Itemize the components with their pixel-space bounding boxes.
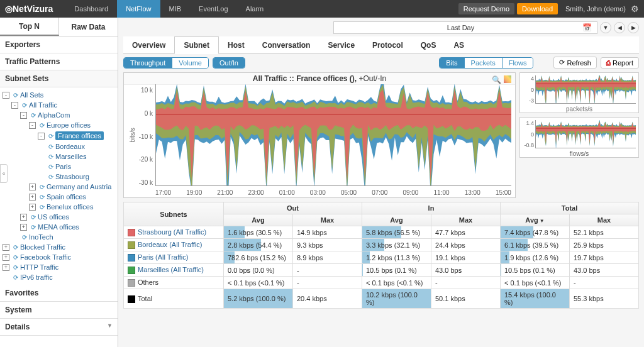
node-icon: ⟳ bbox=[13, 244, 18, 251]
daterange-next-button[interactable]: ▶ bbox=[628, 22, 639, 33]
th-avg-5[interactable]: Avg▼ bbox=[501, 214, 570, 226]
tree-item[interactable]: +⟳US offices bbox=[0, 212, 118, 222]
plot-area[interactable] bbox=[155, 84, 511, 186]
nav-tab-eventlog[interactable]: EventLog bbox=[190, 0, 236, 18]
tree-item[interactable]: +⟳Blocked Traffic bbox=[0, 242, 118, 252]
th-max-4[interactable]: Max bbox=[431, 214, 501, 226]
expand-icon[interactable]: + bbox=[3, 254, 9, 261]
expand-icon[interactable]: + bbox=[20, 214, 27, 221]
section-exporters[interactable]: Exporters bbox=[0, 36, 118, 53]
cell: 52.1 kbps bbox=[570, 226, 639, 239]
tree-item[interactable]: +⟳Facebook Traffic bbox=[0, 252, 118, 262]
cell: - bbox=[293, 277, 362, 289]
th-avg-3[interactable]: Avg bbox=[362, 214, 431, 226]
side-tab-raw-data[interactable]: Raw Data bbox=[59, 18, 118, 36]
nav-tab-alarm[interactable]: Alarm bbox=[237, 0, 273, 18]
cell: 20.4 kbps bbox=[293, 289, 362, 309]
cell: 1.2 kbps (11.3 %) bbox=[362, 251, 431, 264]
section-traffic-patterns[interactable]: Traffic Patterns bbox=[0, 53, 118, 70]
tree-item[interactable]: ⟳Paris bbox=[0, 162, 118, 172]
expand-icon[interactable]: + bbox=[3, 264, 9, 271]
tree-item[interactable]: -⟳All Traffic bbox=[0, 100, 118, 110]
collapse-icon[interactable]: - bbox=[3, 92, 9, 99]
tree-item[interactable]: ⟳Marseilles bbox=[0, 151, 118, 162]
content-tab-as[interactable]: AS bbox=[445, 36, 473, 53]
content-tab-subnet[interactable]: Subnet bbox=[174, 36, 219, 54]
collapse-icon[interactable]: - bbox=[29, 122, 36, 129]
subnet-link[interactable]: Bordeaux (All Traffic) bbox=[138, 241, 203, 248]
report-button[interactable]: ⎙Report bbox=[601, 57, 639, 69]
subnet-link[interactable]: Strasbourg (All Traffic) bbox=[138, 228, 206, 236]
side-tab-top-n[interactable]: Top N bbox=[0, 18, 59, 36]
subnet-link[interactable]: Marseilles (All Traffic) bbox=[138, 266, 204, 273]
expand-icon[interactable]: + bbox=[29, 184, 36, 190]
collapse-icon[interactable]: - bbox=[38, 133, 45, 140]
pill-outin[interactable]: Out/In bbox=[213, 58, 245, 68]
node-icon: ⟳ bbox=[22, 234, 27, 241]
mini-chart-flows[interactable]: 1.40-0.8 flows/s bbox=[519, 117, 639, 158]
cell: < 0.1 bps (<0.1 %) bbox=[501, 277, 570, 289]
tree-item[interactable]: +⟳MENA offices bbox=[0, 222, 118, 232]
pill-bits[interactable]: Bits bbox=[440, 58, 464, 68]
tree-item[interactable]: ⟳Bordeaux bbox=[0, 141, 118, 151]
daterange-prev-button[interactable]: ◀ bbox=[614, 22, 625, 33]
refresh-button[interactable]: ⟳Refresh bbox=[553, 57, 597, 69]
tree-item[interactable]: ⟳InoTech bbox=[0, 232, 118, 242]
pill-throughput[interactable]: Throughput bbox=[124, 58, 172, 68]
sidebar-collapse-handle[interactable]: « bbox=[0, 164, 8, 183]
section-favorites[interactable]: Favorites bbox=[0, 285, 118, 302]
section-subnet-sets[interactable]: Subnet Sets bbox=[0, 70, 118, 87]
request-demo-button[interactable]: Request Demo bbox=[458, 3, 514, 14]
node-icon: ⟳ bbox=[31, 112, 36, 119]
daterange-select[interactable]: Last Day 📅 bbox=[333, 21, 597, 34]
tree: -⟳All Sets-⟳All Traffic-⟳AlphaCom-⟳Europ… bbox=[0, 87, 118, 285]
pill-flows[interactable]: Flows bbox=[502, 58, 533, 68]
zoom-icon[interactable]: 🔍 bbox=[492, 75, 501, 84]
content-tab-host[interactable]: Host bbox=[219, 36, 253, 53]
th-avg-1[interactable]: Avg bbox=[224, 214, 293, 226]
tree-item[interactable]: +⟳Benelux offices bbox=[0, 202, 118, 212]
expand-icon[interactable]: + bbox=[20, 224, 27, 231]
tree-item[interactable]: +⟳Germany and Austria bbox=[0, 182, 118, 192]
tree-item[interactable]: -⟳France offices bbox=[0, 130, 118, 141]
tree-item[interactable]: ⟳IPv6 traffic bbox=[0, 272, 118, 282]
tree-item[interactable]: +⟳Spain offices bbox=[0, 192, 118, 202]
collapse-icon[interactable]: - bbox=[20, 112, 27, 119]
pill-volume[interactable]: Volume bbox=[172, 58, 208, 68]
nav-tab-mib[interactable]: MIB bbox=[160, 0, 191, 18]
nav-tabs: DashboardNetFlowMIBEventLogAlarm bbox=[65, 0, 272, 18]
download-button[interactable]: Download bbox=[517, 3, 558, 14]
th-subnets[interactable]: Subnets bbox=[124, 202, 224, 226]
content-tab-service[interactable]: Service bbox=[319, 36, 364, 53]
content-tab-overview[interactable]: Overview bbox=[123, 36, 174, 53]
pill-packets[interactable]: Packets bbox=[465, 58, 502, 68]
daterange-dropdown-button[interactable]: ▼ bbox=[600, 22, 611, 33]
section-details[interactable]: Details ▼ bbox=[0, 319, 118, 336]
subnet-link[interactable]: Paris (All Traffic) bbox=[138, 253, 188, 261]
content-tab-protocol[interactable]: Protocol bbox=[364, 36, 412, 53]
gear-icon[interactable]: ⚙ bbox=[631, 4, 639, 14]
section-system[interactable]: System bbox=[0, 302, 118, 319]
th-max-6[interactable]: Max bbox=[570, 214, 639, 226]
nav-tab-netflow[interactable]: NetFlow bbox=[117, 0, 160, 18]
nav-tab-dashboard[interactable]: Dashboard bbox=[65, 0, 117, 18]
th-max-2[interactable]: Max bbox=[293, 214, 362, 226]
node-icon: ⟳ bbox=[13, 264, 18, 271]
tree-item[interactable]: ⟳Strasbourg bbox=[0, 172, 118, 182]
expand-icon[interactable]: + bbox=[3, 244, 9, 251]
user-name[interactable]: Smith, John (demo) bbox=[565, 5, 626, 13]
tree-item-label: All Traffic bbox=[29, 101, 57, 109]
tree-item[interactable]: -⟳Europe offices bbox=[0, 120, 118, 130]
tree-item[interactable]: -⟳AlphaCom bbox=[0, 110, 118, 120]
content-tab-conversation[interactable]: Conversation bbox=[253, 36, 319, 53]
expand-icon[interactable]: + bbox=[29, 204, 36, 211]
mini-chart-packets[interactable]: 40-3 packets/s bbox=[519, 72, 639, 113]
color-icon[interactable] bbox=[504, 75, 511, 83]
collapse-icon[interactable]: - bbox=[11, 102, 18, 109]
expand-icon[interactable]: + bbox=[29, 194, 36, 201]
tree-item[interactable]: +⟳HTTP Traffic bbox=[0, 262, 118, 272]
tree-item[interactable]: -⟳All Sets bbox=[0, 90, 118, 100]
tree-item-label: All Sets bbox=[20, 91, 43, 99]
content-tab-qos[interactable]: QoS bbox=[412, 36, 445, 53]
node-icon: ⟳ bbox=[31, 224, 36, 231]
